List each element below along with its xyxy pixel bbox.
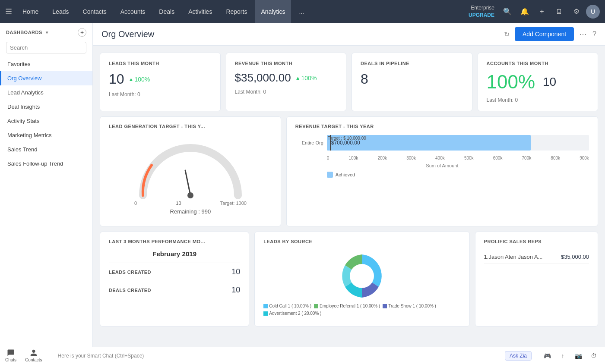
sidebar-item-marketing-metrics[interactable]: Marketing Metrics [0, 128, 92, 142]
bar-chart-container: Entire Org $700,000.00 Target : $ 10,000… [295, 135, 589, 178]
hamburger-icon[interactable]: ☰ [5, 7, 12, 16]
dashboards-label: DASHBOARDS [6, 30, 42, 35]
bar-row-label: Entire Org [295, 140, 323, 145]
nav-home[interactable]: Home [16, 0, 44, 23]
nav-contacts[interactable]: Contacts [77, 0, 113, 23]
accounts-count: 10 [543, 75, 556, 89]
ask-zia-button[interactable]: Ask Zia [505, 351, 532, 361]
x-axis-title: Sum of Amount [295, 163, 589, 168]
perf-deals-label: DEALS CREATED [109, 288, 151, 293]
legend-achieved-label: Achieved [336, 172, 355, 177]
pie-legend: Cold Call 1 ( 10.00% ) Employee Referral… [263, 304, 460, 316]
page-title: Org Overview [101, 29, 499, 39]
settings-icon[interactable]: ⚙ [569, 4, 584, 19]
sidebar-search-container [0, 40, 92, 57]
nav-accounts[interactable]: Accounts [114, 0, 152, 23]
sidebar: DASHBOARDS ▼ + Favorites Org Overview Le… [0, 23, 93, 347]
gauge-labels: 0 10 Target: 1000 [134, 201, 247, 206]
arrow-up-icon: ▲ [129, 76, 134, 82]
deals-pipeline-label: DEALS IN PIPELINE [361, 61, 463, 66]
contacts-icon [30, 349, 38, 357]
chevron-down-icon[interactable]: ▼ [45, 30, 49, 35]
arrow-up-icon: ▲ [295, 75, 301, 81]
sidebar-item-activity-stats[interactable]: Activity Stats [0, 114, 92, 128]
perf-month: February 2019 [109, 250, 240, 257]
x-axis: 0 100k 200k 300k 400k 500k 600k 700k 800… [295, 154, 589, 160]
bottom-bar: Chats Contacts Here is your Smart Chat (… [0, 347, 605, 364]
bottom-nav-chats[interactable]: Chats [5, 349, 16, 362]
perf-deals-value: 10 [231, 286, 240, 295]
prolific-title: PROLIFIC SALES REPS [484, 239, 589, 244]
prolific-item: 1.Jason Aten Jason A... $35,000.00 [484, 250, 589, 264]
gamepad-icon[interactable]: 🎮 [541, 350, 553, 362]
charts-row: LEAD GENERATION TARGET - THIS Y... [100, 116, 598, 226]
legend-trade-show: Trade Show 1 ( 10.00% ) [383, 304, 436, 308]
add-component-button[interactable]: Add Component [515, 27, 574, 41]
bell-icon[interactable]: 🔔 [517, 4, 532, 19]
lead-gen-title: LEAD GENERATION TARGET - THIS Y... [109, 124, 272, 129]
bar-target-text: Target : $ 10,000.00 [328, 136, 366, 141]
add-dashboard-icon[interactable]: + [78, 28, 86, 37]
nav-leads[interactable]: Leads [46, 0, 75, 23]
perf-title: LAST 3 MONTHS PERFORMANCE MO... [109, 239, 240, 244]
sidebar-item-org-overview[interactable]: Org Overview [0, 71, 92, 85]
leads-by-source-card: LEADS BY SOURCE [254, 232, 469, 326]
search-icon[interactable]: 🔍 [500, 4, 515, 19]
bottom-nav-contacts[interactable]: Contacts [25, 349, 42, 362]
sidebar-item-favorites[interactable]: Favorites [0, 57, 92, 71]
nav-analytics[interactable]: Analytics [255, 0, 291, 23]
prolific-sales-card: PROLIFIC SALES REPS 1.Jason Aten Jason A… [475, 232, 598, 326]
bar-chart-area: Entire Org $700,000.00 Target : $ 10,000… [295, 135, 589, 154]
revenue-month-label: REVENUE THIS MONTH [235, 61, 338, 66]
svg-line-0 [185, 170, 190, 195]
broadcast-icon[interactable]: 📷 [572, 350, 584, 362]
deals-pipeline-card: DEALS IN PIPELINE 8 [352, 53, 472, 111]
deals-pipeline-value: 8 [361, 71, 463, 87]
leads-month-footer: Last Month: 0 [109, 91, 212, 97]
sidebar-item-sales-followup[interactable]: Sales Follow-up Trend [0, 157, 92, 171]
gauge-target: Target: 1000 [220, 201, 247, 206]
svg-point-2 [350, 264, 374, 288]
content-header: Org Overview ↻ Add Component ⋯ ? [93, 23, 605, 46]
main-layout: DASHBOARDS ▼ + Favorites Org Overview Le… [0, 23, 605, 347]
nav-more[interactable]: ... [293, 0, 310, 23]
perf-leads-label: LEADS CREATED [109, 270, 151, 275]
refresh-icon[interactable]: ↻ [504, 30, 510, 38]
sidebar-item-sales-trend[interactable]: Sales Trend [0, 142, 92, 157]
dashboard-grid: LEADS THIS MONTH 10 ▲ 100% Last Month: 0… [93, 46, 605, 347]
gauge-remaining: Remaining : 990 [170, 208, 211, 215]
nav-activities[interactable]: Activities [182, 0, 218, 23]
perf-leads-value: 10 [231, 267, 240, 276]
gauge-container: 0 10 Target: 1000 Remaining : 990 [109, 135, 272, 219]
calendar-icon[interactable]: 🗓 [551, 4, 567, 19]
revenue-month-footer: Last Month: 0 [235, 89, 338, 95]
nav-reports[interactable]: Reports [220, 0, 253, 23]
legend-cold-call: Cold Call 1 ( 10.00% ) [263, 304, 311, 308]
prolific-value: $35,000.00 [561, 254, 589, 260]
upload-icon[interactable]: ↑ [557, 350, 569, 362]
user-avatar[interactable]: U [586, 5, 600, 19]
leads-month-label: LEADS THIS MONTH [109, 61, 212, 66]
sidebar-items: Favorites Org Overview Lead Analytics De… [0, 57, 92, 347]
revenue-this-month-card: REVENUE THIS MONTH $35,000.00 ▲ 100% Las… [226, 53, 347, 111]
search-input[interactable] [6, 42, 86, 53]
help-icon[interactable]: ? [592, 30, 596, 38]
sidebar-item-lead-analytics[interactable]: Lead Analytics [0, 85, 92, 100]
sidebar-item-deal-insights[interactable]: Deal Insights [0, 100, 92, 114]
pie-chart [319, 250, 405, 302]
metrics-row: LEADS THIS MONTH 10 ▲ 100% Last Month: 0… [100, 53, 598, 111]
add-icon[interactable]: + [534, 4, 550, 19]
perf-row-leads: LEADS CREATED 10 [109, 263, 240, 281]
bottom-nav: Chats Contacts [5, 349, 42, 362]
accounts-month-label: ACCOUNTS THIS MONTH [487, 61, 589, 66]
smartchat-placeholder: Here is your Smart Chat (Ctrl+Space) [58, 353, 489, 359]
alarm-icon[interactable]: ⏱ [588, 350, 600, 362]
nav-deals[interactable]: Deals [153, 0, 181, 23]
sidebar-header: DASHBOARDS ▼ + [0, 23, 92, 40]
gauge-zero: 0 [134, 201, 137, 206]
legend-advertisement: Advertisement 2 ( 20.00% ) [263, 311, 321, 316]
bar-fill-text: $700,000.00 [327, 140, 360, 146]
accounts-month-value: 100% 10 [487, 71, 589, 93]
more-options-icon[interactable]: ⋯ [579, 29, 587, 39]
enterprise-info: Enterprise UPGRADE [469, 5, 494, 19]
